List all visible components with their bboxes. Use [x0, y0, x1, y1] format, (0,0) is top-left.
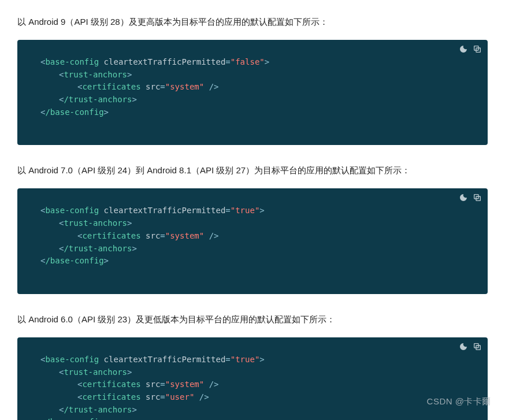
code-block-2: <base-config cleartextTrafficPermitted="…	[17, 188, 488, 293]
copy-icon[interactable]	[473, 44, 482, 54]
code-line: <trust-anchors>	[59, 69, 465, 81]
code-line: <trust-anchors>	[59, 217, 465, 230]
code-line: <certificates src="system" />	[77, 81, 465, 94]
code-line: <certificates src="system" />	[77, 230, 465, 243]
code-line: <certificates src="system" />	[77, 378, 465, 391]
code-line: <base-config cleartextTrafficPermitted="…	[40, 205, 465, 217]
code-line: <base-config cleartextTrafficPermitted="…	[40, 354, 465, 366]
theme-icon[interactable]	[459, 342, 468, 351]
caption-2: 以 Android 7.0（API 级别 24）到 Android 8.1（AP…	[17, 162, 488, 178]
code-line: <trust-anchors>	[59, 366, 465, 379]
code-line: </base-config>	[40, 416, 465, 420]
theme-icon[interactable]	[459, 193, 468, 202]
code-line: </trust-anchors>	[59, 243, 465, 255]
code-line: </base-config>	[40, 255, 465, 267]
copy-icon[interactable]	[473, 193, 482, 202]
code-block-1: <base-config cleartextTrafficPermitted="…	[17, 40, 488, 145]
caption-1: 以 Android 9（API 级别 28）及更高版本为目标平台的应用的默认配置…	[17, 14, 488, 29]
code-line: <certificates src="user" />	[77, 391, 465, 404]
code-line: </trust-anchors>	[59, 404, 465, 417]
copy-icon[interactable]	[473, 342, 482, 351]
code-block-3: <base-config cleartextTrafficPermitted="…	[17, 337, 488, 420]
code-line: <base-config cleartextTrafficPermitted="…	[40, 56, 465, 69]
code-line: </base-config>	[40, 106, 465, 119]
code-line: </trust-anchors>	[59, 94, 465, 106]
theme-icon[interactable]	[459, 44, 468, 54]
caption-3: 以 Android 6.0（API 级别 23）及更低版本为目标平台的应用的默认…	[17, 311, 488, 327]
